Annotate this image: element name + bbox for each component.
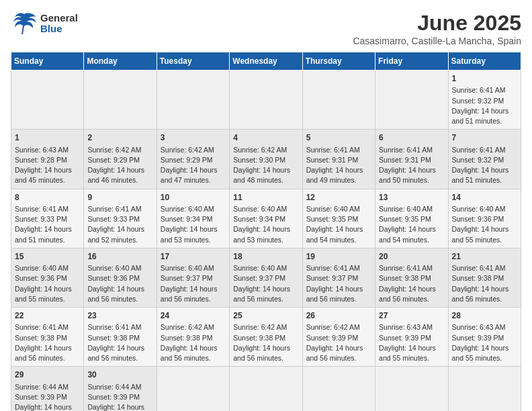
cell-info-line: and 55 minutes. — [15, 294, 80, 304]
cell-info-line: Daylight: 14 hours — [87, 165, 152, 175]
calendar-cell: 19Sunrise: 6:41 AMSunset: 9:37 PMDayligh… — [302, 248, 375, 307]
cell-info-line: Sunset: 9:39 PM — [306, 333, 371, 343]
cell-info-line: Sunrise: 6:43 AM — [379, 322, 444, 332]
day-number: 6 — [379, 132, 444, 144]
cell-info-line: Sunrise: 6:42 AM — [233, 322, 298, 332]
cell-info-line: Sunrise: 6:42 AM — [161, 322, 226, 332]
cell-info-line: Daylight: 14 hours — [452, 343, 517, 353]
cell-info-line: Sunrise: 6:43 AM — [15, 145, 80, 155]
weekday-header-tuesday: Tuesday — [157, 52, 229, 71]
weekday-header-row: SundayMondayTuesdayWednesdayThursdayFrid… — [11, 52, 521, 71]
cell-info-line: Sunset: 9:37 PM — [161, 273, 226, 283]
cell-info-line: and 51 minutes. — [452, 175, 517, 185]
cell-info-line: Sunrise: 6:40 AM — [233, 263, 298, 273]
cell-info-line: Sunset: 9:38 PM — [233, 333, 298, 343]
page-header: General Blue June 2025 Casasimarro, Cast… — [11, 11, 521, 46]
cell-info-line: and 53 minutes. — [233, 235, 298, 245]
cell-info-line: Sunset: 9:37 PM — [306, 273, 371, 283]
cell-info-line: Daylight: 14 hours — [306, 165, 371, 175]
day-number: 19 — [306, 251, 371, 263]
cell-info-line: and 54 minutes. — [379, 235, 444, 245]
cell-info-line: and 53 minutes. — [161, 235, 226, 245]
day-number: 17 — [161, 251, 226, 263]
cell-info-line: Daylight: 14 hours — [306, 224, 371, 234]
cell-info-line: and 46 minutes. — [87, 175, 152, 185]
calendar-cell: 9Sunrise: 6:41 AMSunset: 9:33 PMDaylight… — [84, 189, 157, 248]
calendar-cell — [448, 367, 521, 411]
cell-info-line: Sunrise: 6:42 AM — [306, 322, 371, 332]
day-number: 18 — [233, 251, 298, 263]
day-number: 14 — [452, 192, 517, 203]
day-number: 22 — [15, 310, 80, 322]
cell-info-line: Daylight: 14 hours — [161, 343, 226, 353]
cell-info-line: Sunrise: 6:42 AM — [161, 145, 226, 155]
cell-info-line: Daylight: 14 hours — [379, 165, 444, 175]
day-number: 28 — [452, 310, 517, 322]
calendar-cell: 15Sunrise: 6:40 AMSunset: 9:36 PMDayligh… — [11, 248, 84, 307]
cell-info-line: and 56 minutes. — [161, 353, 226, 363]
cell-info-line: Daylight: 14 hours — [306, 343, 371, 353]
cell-info-line: Sunset: 9:36 PM — [452, 214, 517, 224]
calendar-cell — [230, 71, 302, 130]
title-block: June 2025 Casasimarro, Castille-La Manch… — [353, 11, 521, 46]
cell-info-line: and 54 minutes. — [306, 235, 371, 245]
calendar-cell — [375, 367, 448, 411]
cell-info-line: Sunset: 9:31 PM — [306, 155, 371, 165]
cell-info-line: Sunrise: 6:41 AM — [379, 145, 444, 155]
cell-info-line: and 49 minutes. — [306, 175, 371, 185]
cell-info-line: and 50 minutes. — [379, 175, 444, 185]
cell-info-line: Sunset: 9:31 PM — [379, 155, 444, 165]
calendar-cell: 24Sunrise: 6:42 AMSunset: 9:38 PMDayligh… — [157, 308, 229, 367]
cell-info-line: Daylight: 14 hours — [452, 106, 517, 116]
calendar-cell: 20Sunrise: 6:41 AMSunset: 9:38 PMDayligh… — [375, 248, 448, 307]
calendar-cell — [11, 71, 84, 130]
cell-info-line: Sunrise: 6:40 AM — [379, 204, 444, 214]
cell-info-line: Daylight: 14 hours — [161, 165, 226, 175]
cell-info-line: Sunset: 9:39 PM — [87, 392, 152, 402]
calendar-cell: 27Sunrise: 6:43 AMSunset: 9:39 PMDayligh… — [375, 308, 448, 367]
cell-info-line: and 56 minutes. — [306, 294, 371, 304]
cell-info-line: Sunset: 9:32 PM — [452, 96, 517, 106]
day-number: 26 — [306, 310, 371, 322]
calendar-cell: 16Sunrise: 6:40 AMSunset: 9:36 PMDayligh… — [84, 248, 157, 307]
cell-info-line: Sunset: 9:33 PM — [15, 214, 80, 224]
calendar-subtitle: Casasimarro, Castille-La Mancha, Spain — [353, 36, 521, 46]
cell-info-line: Daylight: 14 hours — [15, 343, 80, 353]
day-number: 2 — [87, 132, 152, 144]
cell-info-line: Sunrise: 6:42 AM — [87, 145, 152, 155]
day-number: 7 — [452, 132, 517, 144]
calendar-cell — [302, 367, 375, 411]
cell-info-line: Daylight: 14 hours — [306, 284, 371, 294]
cell-info-line: Sunrise: 6:43 AM — [452, 322, 517, 332]
day-number: 12 — [306, 192, 371, 203]
weekday-header-thursday: Thursday — [302, 52, 375, 71]
day-number: 13 — [379, 192, 444, 203]
day-number: 21 — [452, 251, 517, 263]
cell-info-line: Sunset: 9:35 PM — [306, 214, 371, 224]
cell-info-line: Sunset: 9:38 PM — [15, 333, 80, 343]
cell-info-line: Daylight: 14 hours — [15, 284, 80, 294]
cell-info-line: and 45 minutes. — [15, 175, 80, 185]
calendar-cell: 1Sunrise: 6:41 AMSunset: 9:32 PMDaylight… — [448, 71, 521, 130]
cell-info-line: and 56 minutes. — [233, 294, 298, 304]
cell-info-line: Sunrise: 6:41 AM — [15, 322, 80, 332]
cell-info-line: Sunset: 9:29 PM — [161, 155, 226, 165]
cell-info-line: Sunrise: 6:41 AM — [87, 322, 152, 332]
calendar-week-row: 29Sunrise: 6:44 AMSunset: 9:39 PMDayligh… — [11, 367, 521, 411]
weekday-header-friday: Friday — [375, 52, 448, 71]
calendar-cell: 26Sunrise: 6:42 AMSunset: 9:39 PMDayligh… — [302, 308, 375, 367]
cell-info-line: Sunrise: 6:42 AM — [233, 145, 298, 155]
cell-info-line: Sunset: 9:38 PM — [452, 273, 517, 283]
calendar-table: SundayMondayTuesdayWednesdayThursdayFrid… — [11, 52, 521, 411]
cell-info-line: Sunrise: 6:40 AM — [452, 204, 517, 214]
day-number: 9 — [87, 192, 152, 203]
day-number: 5 — [306, 132, 371, 144]
day-number: 27 — [379, 310, 444, 322]
calendar-title: June 2025 — [353, 11, 521, 36]
cell-info-line: Daylight: 14 hours — [87, 284, 152, 294]
cell-info-line: and 56 minutes. — [87, 353, 152, 363]
calendar-week-row: 1Sunrise: 6:41 AMSunset: 9:32 PMDaylight… — [11, 71, 521, 130]
cell-info-line: and 47 minutes. — [161, 175, 226, 185]
cell-info-line: and 55 minutes. — [379, 353, 444, 363]
cell-info-line: Daylight: 14 hours — [233, 165, 298, 175]
